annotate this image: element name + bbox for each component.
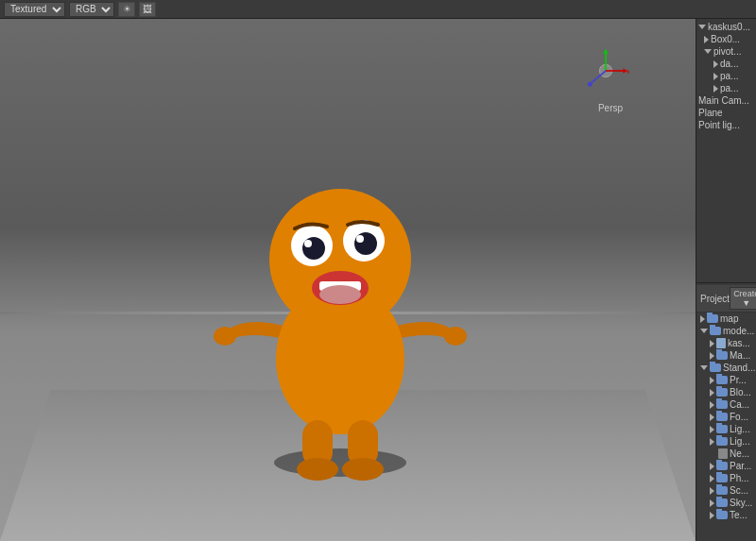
right-panel: kaskus0... Box0... pivot... da... pa... … xyxy=(696,19,756,541)
project-item[interactable]: Ne... xyxy=(696,448,756,460)
folder-icon xyxy=(716,351,728,360)
gizmo[interactable]: X Y Persp xyxy=(582,47,639,113)
hierarchy-item[interactable]: Box0... xyxy=(696,33,756,45)
top-toolbar: Textured RGB ☀ 🖼 xyxy=(0,0,756,19)
project-item[interactable]: mode... xyxy=(696,325,756,337)
project-item[interactable]: Sky... xyxy=(696,497,756,509)
folder-icon xyxy=(716,499,728,507)
project-item[interactable]: Ph... xyxy=(696,472,756,484)
character xyxy=(208,142,472,482)
project-section: Project Create ▼ map mode... kas... xyxy=(696,283,756,541)
svg-point-2 xyxy=(444,327,467,346)
svg-text:X: X xyxy=(627,69,629,75)
color-mode-select[interactable]: RGB xyxy=(69,2,114,17)
folder-icon xyxy=(716,413,728,421)
create-button[interactable]: Create ▼ xyxy=(730,287,756,310)
project-item[interactable]: Lig... xyxy=(696,423,756,435)
hierarchy-item[interactable]: Main Cam... xyxy=(696,94,756,107)
svg-point-15 xyxy=(356,235,364,243)
svg-point-0 xyxy=(274,448,406,477)
svg-point-25 xyxy=(588,82,593,87)
hierarchy-item[interactable]: pivot... xyxy=(696,45,756,58)
main-layout: X Y Persp kaskus0... Box0... pivot... xyxy=(0,19,756,541)
folder-icon xyxy=(716,376,728,384)
project-item[interactable]: map xyxy=(696,313,756,325)
svg-point-11 xyxy=(302,237,325,260)
folder-icon xyxy=(710,327,721,335)
project-item[interactable]: Lig... xyxy=(696,435,756,448)
sun-icon[interactable]: ☀ xyxy=(118,2,135,17)
file-icon xyxy=(718,448,728,459)
svg-marker-21 xyxy=(604,49,609,54)
svg-point-14 xyxy=(354,232,377,255)
project-item[interactable]: Par... xyxy=(696,460,756,472)
folder-icon xyxy=(716,425,728,433)
shading-mode-select[interactable]: Textured xyxy=(4,2,65,17)
project-item[interactable]: Stand... xyxy=(696,362,756,374)
file-icon xyxy=(716,338,726,348)
project-header: Project Create ▼ xyxy=(696,285,756,313)
folder-icon xyxy=(710,363,721,372)
svg-point-9 xyxy=(269,189,411,330)
folder-icon xyxy=(716,437,728,446)
svg-point-1 xyxy=(214,327,236,346)
hierarchy-item[interactable]: Point lig... xyxy=(696,119,756,131)
folder-icon xyxy=(716,486,728,495)
project-item[interactable]: Blo... xyxy=(696,386,756,398)
project-item[interactable]: Pr... xyxy=(696,374,756,386)
hierarchy-item[interactable]: Plane xyxy=(696,107,756,119)
project-label: Project xyxy=(700,294,730,304)
folder-icon xyxy=(716,400,728,409)
hierarchy-item[interactable]: pa... xyxy=(696,70,756,82)
hierarchy-item[interactable]: pa... xyxy=(696,82,756,94)
folder-icon xyxy=(707,314,718,323)
folder-icon xyxy=(716,474,728,482)
folder-icon xyxy=(716,511,728,519)
gizmo-label: Persp xyxy=(598,103,623,113)
project-item[interactable]: Te... xyxy=(696,509,756,521)
svg-point-7 xyxy=(342,458,384,481)
hierarchy-item[interactable]: da... xyxy=(696,58,756,70)
svg-point-18 xyxy=(319,285,361,304)
svg-text:Y: Y xyxy=(604,47,608,48)
viewport[interactable]: X Y Persp xyxy=(0,19,696,541)
project-item[interactable]: Sc... xyxy=(696,484,756,497)
svg-point-5 xyxy=(297,458,338,481)
hierarchy-section: kaskus0... Box0... pivot... da... pa... … xyxy=(696,19,756,283)
hierarchy-item[interactable]: kaskus0... xyxy=(696,21,756,33)
project-item[interactable]: Ca... xyxy=(696,398,756,411)
folder-icon xyxy=(716,462,728,470)
project-item[interactable]: Ma... xyxy=(696,349,756,362)
project-item[interactable]: Fo... xyxy=(696,411,756,423)
project-item[interactable]: kas... xyxy=(696,337,756,349)
svg-point-12 xyxy=(304,240,312,247)
image-icon[interactable]: 🖼 xyxy=(139,2,156,17)
folder-icon xyxy=(716,388,728,397)
